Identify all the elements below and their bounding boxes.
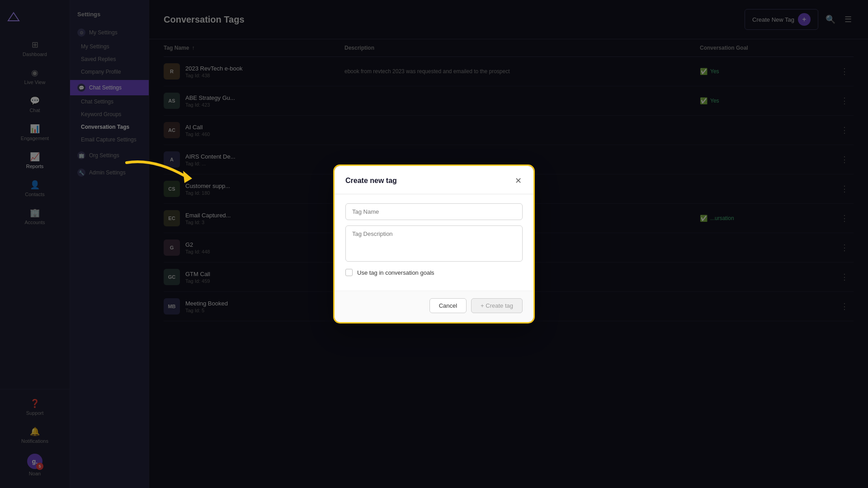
use-tag-in-goals-label: Use tag in conversation goals <box>357 269 434 276</box>
modal-title: Create new tag <box>345 177 397 185</box>
modal-overlay[interactable]: Create new tag ✕ Use tag in conversation… <box>0 0 868 488</box>
cancel-button[interactable]: Cancel <box>429 298 467 313</box>
create-tag-button[interactable]: + Create tag <box>471 298 523 313</box>
use-tag-in-goals-checkbox[interactable] <box>345 269 353 276</box>
modal-header: Create new tag ✕ <box>335 166 533 194</box>
tag-description-input[interactable] <box>345 225 523 262</box>
modal-footer: Cancel + Create tag <box>335 291 533 322</box>
modal-body: Use tag in conversation goals <box>335 194 533 291</box>
create-tag-modal: Create new tag ✕ Use tag in conversation… <box>335 166 533 322</box>
modal-close-button[interactable]: ✕ <box>514 175 523 187</box>
checkbox-row: Use tag in conversation goals <box>345 263 523 282</box>
tag-name-input[interactable] <box>345 203 523 220</box>
